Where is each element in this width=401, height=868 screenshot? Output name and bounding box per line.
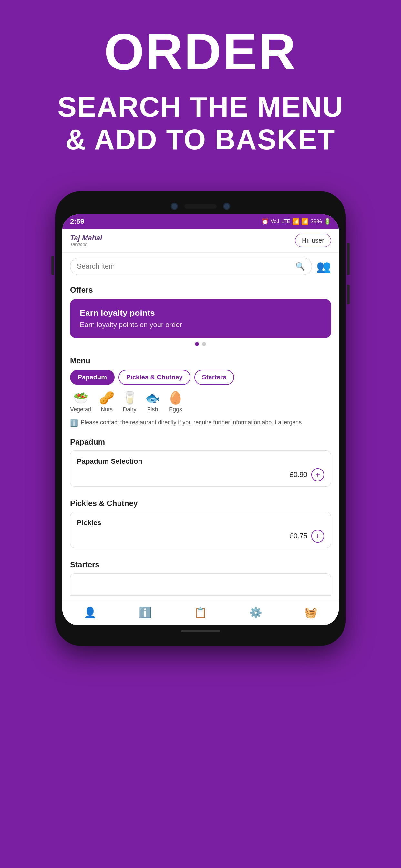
- basket-icon: 🧺: [305, 607, 317, 619]
- allergen-fish-label: Fish: [147, 406, 158, 413]
- allergens-row: 🥗 Vegetari 🥜 Nuts 🥛 Dairy 🐟: [70, 391, 183, 413]
- item-papadum-bottom: £0.90 +: [77, 468, 324, 481]
- sensor-dot: [223, 203, 230, 210]
- add-papadum-button[interactable]: +: [311, 468, 324, 481]
- offer-title: Earn loyalty points: [80, 308, 321, 318]
- dairy-icon: 🥛: [122, 391, 137, 405]
- search-icon: 🔍: [296, 262, 305, 271]
- signal-icon: 📶: [301, 218, 308, 225]
- starters-card-partial: [70, 573, 331, 596]
- nav-menu[interactable]: 📋: [194, 607, 207, 619]
- category-starters: Starters: [62, 558, 339, 601]
- app-header: Taj Mahal Tandoori Hi, user: [62, 228, 339, 252]
- allergen-dairy: 🥛 Dairy: [122, 391, 137, 413]
- phone-outer: 2:59 ⏰ VoJ LTE 📶 📶 29% 🔋 Taj Mahal Tando…: [55, 191, 346, 646]
- papadum-title: Papadum: [70, 438, 331, 446]
- nuts-icon: 🥜: [99, 391, 114, 405]
- settings-icon: ⚙️: [249, 607, 262, 619]
- logo-name: Taj Mahal: [70, 234, 102, 242]
- chip-papadum[interactable]: Papadum: [70, 370, 115, 385]
- chip-pickles[interactable]: Pickles & Chutney: [119, 370, 190, 385]
- allergen-dairy-label: Dairy: [123, 406, 136, 413]
- app-logo: Taj Mahal Tandoori: [70, 234, 102, 247]
- item-pickles-price: £0.75: [289, 532, 307, 540]
- volume-button: [51, 256, 54, 275]
- notch: [62, 200, 339, 214]
- offer-card[interactable]: Earn loyalty points Earn loyalty points …: [70, 299, 331, 338]
- greeting-button[interactable]: Hi, user: [295, 234, 331, 247]
- allergen-nuts-label: Nuts: [101, 406, 113, 413]
- speaker-bar: [184, 204, 217, 209]
- table-booking-icon[interactable]: 👥: [316, 259, 331, 273]
- allergen-eggs: 🥚 Eggs: [168, 391, 183, 413]
- home-indicator: [181, 630, 220, 632]
- info-nav-icon: ℹ️: [139, 607, 152, 619]
- bottom-bezel: [62, 625, 339, 637]
- voip-icon: VoJ: [271, 219, 279, 224]
- carousel-dot-1: [195, 342, 199, 346]
- fish-icon: 🐟: [145, 391, 160, 405]
- starters-title: Starters: [70, 560, 331, 569]
- wifi-icon: 📶: [292, 218, 299, 225]
- nav-info[interactable]: ℹ️: [139, 607, 152, 619]
- menu-chips: Papadum Pickles & Chutney Starters: [70, 370, 331, 385]
- table-row[interactable]: Papadum Selection £0.90 +: [70, 451, 331, 487]
- menu-nav-icon: 📋: [194, 607, 207, 619]
- promo-section: ORDER SEARCH THE MENU & ADD TO BASKET: [0, 0, 401, 175]
- info-icon: ℹ️: [70, 419, 78, 427]
- power-button: [347, 243, 350, 275]
- phone-screen: 2:59 ⏰ VoJ LTE 📶 📶 29% 🔋 Taj Mahal Tando…: [62, 214, 339, 625]
- status-icons: ⏰ VoJ LTE 📶 📶 29% 🔋: [261, 218, 331, 225]
- carousel-dots: [70, 342, 331, 346]
- pickles-title: Pickles & Chutney: [70, 499, 331, 508]
- nav-settings[interactable]: ⚙️: [249, 607, 262, 619]
- allergen-veg-label: Vegetari: [70, 406, 91, 413]
- chip-starters[interactable]: Starters: [194, 370, 235, 385]
- item-pickles-name: Pickles: [77, 519, 324, 527]
- promo-title: ORDER: [19, 26, 382, 78]
- allergen-vegetarian: 🥗 Vegetari: [70, 391, 91, 413]
- battery-level: 29%: [310, 218, 322, 225]
- nav-basket[interactable]: 🧺: [305, 607, 317, 619]
- battery-icon: 🔋: [324, 218, 331, 225]
- offers-label: Offers: [70, 285, 331, 294]
- allergen-eggs-label: Eggs: [169, 406, 182, 413]
- offer-desc: Earn loyalty points on your order: [80, 321, 321, 329]
- add-pickles-button[interactable]: +: [311, 530, 324, 542]
- search-section: 🔍 👥: [62, 252, 339, 280]
- allergen-notice: ℹ️ Please contact the restaurant directl…: [70, 416, 331, 430]
- menu-section: Menu Papadum Pickles & Chutney Starters …: [62, 351, 339, 435]
- search-input[interactable]: [77, 262, 292, 271]
- phone-frame: 2:59 ⏰ VoJ LTE 📶 📶 29% 🔋 Taj Mahal Tando…: [55, 191, 346, 646]
- camera-lens: [171, 203, 178, 210]
- alarm-icon: ⏰: [261, 218, 269, 225]
- lte-icon: LTE: [281, 219, 290, 224]
- vegetarian-icon: 🥗: [73, 391, 89, 405]
- status-bar: 2:59 ⏰ VoJ LTE 📶 📶 29% 🔋: [62, 214, 339, 228]
- menu-label: Menu: [70, 356, 331, 365]
- table-row[interactable]: Pickles £0.75 +: [70, 512, 331, 548]
- nav-profile[interactable]: 👤: [84, 607, 96, 619]
- eggs-icon: 🥚: [168, 391, 183, 405]
- item-papadum-name: Papadum Selection: [77, 457, 324, 466]
- category-pickles: Pickles & Chutney Pickles £0.75 +: [62, 496, 339, 558]
- allergens-section: 🥗 Vegetari 🥜 Nuts 🥛 Dairy 🐟: [70, 391, 331, 416]
- profile-icon: 👤: [84, 607, 96, 619]
- offers-section: Offers Earn loyalty points Earn loyalty …: [62, 280, 339, 351]
- bottom-nav: 👤 ℹ️ 📋 ⚙️ 🧺: [62, 601, 339, 625]
- allergen-nuts: 🥜 Nuts: [99, 391, 114, 413]
- bixby-button: [347, 285, 350, 304]
- front-cameras: [171, 203, 230, 210]
- status-time: 2:59: [70, 217, 84, 226]
- promo-subtitle: SEARCH THE MENU & ADD TO BASKET: [19, 90, 382, 156]
- item-papadum-price: £0.90: [289, 470, 307, 479]
- item-pickles-bottom: £0.75 +: [77, 530, 324, 542]
- search-bar[interactable]: 🔍: [70, 258, 312, 275]
- allergen-fish: 🐟 Fish: [145, 391, 160, 413]
- logo-tagline: Tandoori: [70, 242, 102, 247]
- category-papadum: Papadum Papadum Selection £0.90 +: [62, 435, 339, 496]
- carousel-dot-2: [202, 342, 206, 346]
